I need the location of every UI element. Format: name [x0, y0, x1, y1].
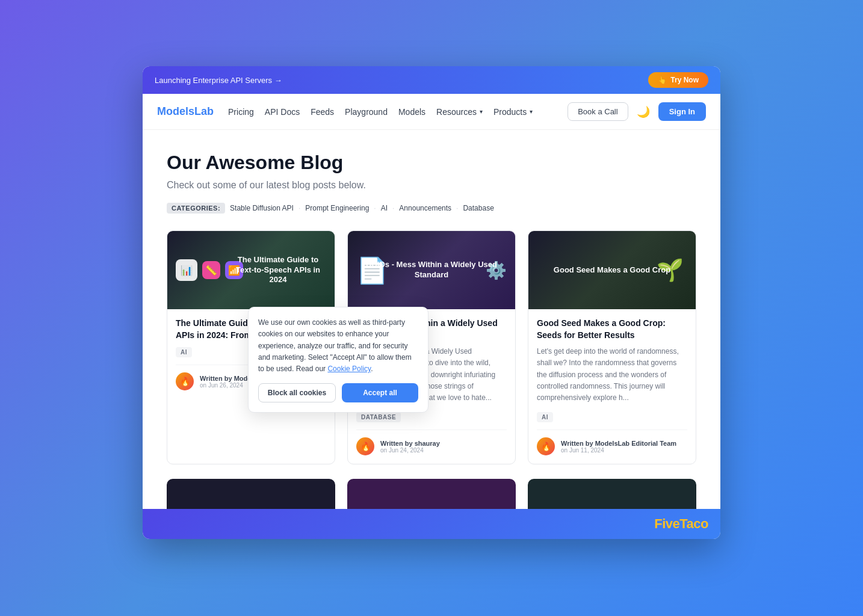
author-info-3: Written by ModelsLab Editorial Team on J… [561, 440, 676, 454]
banner-text: Launching Enterprise API Servers → [155, 76, 282, 85]
category-announcements[interactable]: Announcements [399, 203, 451, 214]
brand-taco: Taco [679, 516, 708, 531]
theme-toggle-button[interactable]: 🌙 [634, 103, 652, 121]
card-2-author: 🔥 Written by shauray on Jun 24, 2024 [356, 430, 507, 455]
nav-models[interactable]: Models [398, 107, 425, 117]
main-content: Our Awesome Blog Check out some of our l… [143, 130, 720, 509]
card-3-excerpt: Let's get deep into the world of randomn… [537, 346, 687, 404]
category-stable-diffusion[interactable]: Stable Diffusion API [230, 203, 294, 214]
partial-card-2 [347, 479, 516, 509]
page-subtitle: Check out some of our latest blog posts … [167, 180, 696, 191]
author-avatar-2: 🔥 [356, 437, 374, 455]
brand-five: Five [654, 516, 679, 531]
category-database[interactable]: Database [463, 203, 493, 214]
author-name-3: Written by ModelsLab Editorial Team [561, 440, 676, 447]
fivetaco-brand: FiveTaco [654, 516, 708, 532]
partial-card-3 [528, 479, 696, 509]
card-3-badge: AI [537, 412, 553, 422]
author-info-2: Written by shauray on Jun 24, 2024 [380, 440, 440, 454]
cookie-text: We use our own cookies as well as third-… [258, 317, 418, 375]
nav-products[interactable]: Products ▾ [493, 107, 533, 117]
partial-card-1 [167, 479, 335, 509]
card-2-badge: DATABASE [356, 412, 401, 422]
categories-bar: CATEGORIES: Stable Diffusion API · Promp… [167, 203, 696, 214]
category-prompt-engineering[interactable]: Prompt Engineering [305, 203, 369, 214]
card-image-2: 📄 ⚙️ UUIDs - Mess Within a Widely Used S… [348, 231, 515, 309]
card-2-img-text: UUIDs - Mess Within a Widely Used Standa… [366, 260, 497, 279]
card-3-img-text: Good Seed Makes a Good Crop [554, 265, 670, 274]
nav-left: ModelsLab Pricing API Docs Feeds Playgro… [157, 105, 533, 118]
card-3-title: Good Seed Makes a Good Crop: Seeds for B… [537, 318, 687, 341]
card-1-badge: AI [176, 347, 192, 357]
blog-card-3[interactable]: 🌱 Good Seed Makes a Good Crop Good Seed … [528, 230, 696, 464]
author-date-2: on Jun 24, 2024 [380, 447, 440, 454]
nav-links: Pricing API Docs Feeds Playground Models… [228, 107, 533, 117]
page-title: Our Awesome Blog [167, 152, 696, 174]
nav-feeds[interactable]: Feeds [311, 107, 334, 117]
try-now-button[interactable]: 👆 Try Now [648, 72, 708, 88]
nav-playground[interactable]: Playground [345, 107, 388, 117]
try-now-icon: 👆 [658, 76, 667, 84]
chevron-down-icon: ▾ [480, 108, 483, 115]
logo[interactable]: ModelsLab [157, 105, 214, 118]
nav-right: Book a Call 🌙 Sign In [568, 102, 706, 121]
top-banner: Launching Enterprise API Servers → 👆 Try… [143, 66, 720, 94]
card-image-3: 🌱 Good Seed Makes a Good Crop [528, 231, 696, 309]
card-3-author: 🔥 Written by ModelsLab Editorial Team on… [537, 430, 687, 455]
accept-all-button[interactable]: Accept all [342, 383, 418, 402]
author-date-3: on Jun 11, 2024 [561, 447, 676, 454]
book-call-button[interactable]: Book a Call [568, 102, 628, 121]
author-name-2: Written by shauray [380, 440, 440, 447]
author-avatar-3: 🔥 [537, 437, 555, 455]
brand-footer: FiveTaco [143, 509, 720, 539]
block-cookies-button[interactable]: Block all cookies [258, 383, 336, 402]
categories-label: CATEGORIES: [167, 203, 225, 214]
cookie-buttons: Block all cookies Accept all [258, 383, 418, 402]
nav-api-docs[interactable]: API Docs [265, 107, 300, 117]
nav-resources[interactable]: Resources ▾ [436, 107, 483, 117]
card-image-1: 📊 📏 📶 The Ultimate Guide to Text-to-Spee… [167, 231, 335, 309]
category-ai[interactable]: AI [381, 203, 388, 214]
card-1-img-text: The Ultimate Guide to Text-to-Speech API… [236, 255, 320, 285]
nav-pricing[interactable]: Pricing [228, 107, 254, 117]
chevron-down-icon: ▾ [530, 108, 533, 115]
logo-models: Models [157, 105, 194, 117]
logo-lab: Lab [194, 105, 214, 117]
navbar: ModelsLab Pricing API Docs Feeds Playgro… [143, 94, 720, 130]
author-avatar-1: 🔥 [176, 372, 194, 390]
sign-in-button[interactable]: Sign In [658, 102, 706, 121]
cookie-banner: We use our own cookies as well as third-… [248, 307, 428, 413]
blog-cards-grid: 📊 📏 📶 The Ultimate Guide to Text-to-Spee… [167, 230, 696, 464]
cookie-policy-link[interactable]: Cookie Policy [327, 365, 371, 373]
card-3-body: Good Seed Makes a Good Crop: Seeds for B… [528, 309, 696, 464]
try-now-label: Try Now [670, 76, 699, 84]
